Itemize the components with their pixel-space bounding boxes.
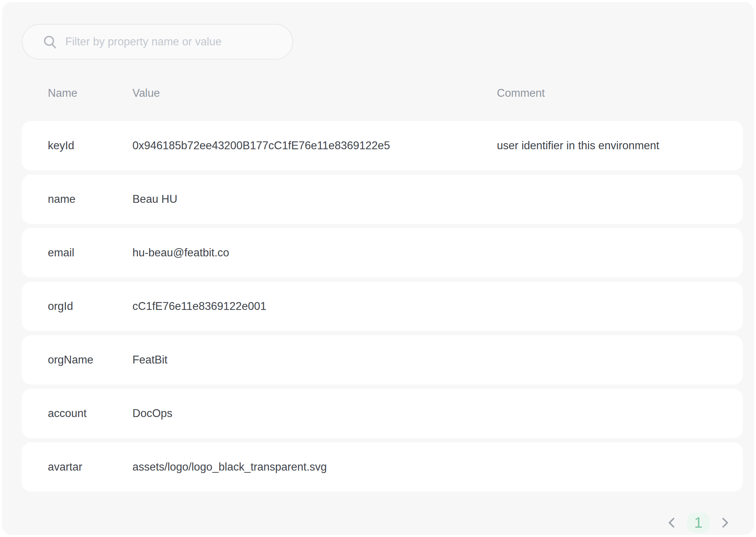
column-header-name: Name (48, 87, 132, 100)
table-row: orgId cC1fE76e11e8369122e001 (22, 282, 743, 331)
property-name-cell: avartar (48, 461, 132, 473)
property-name-cell: orgName (48, 353, 132, 366)
chevron-right-icon (717, 516, 732, 530)
search-icon (42, 34, 57, 49)
property-value-cell: assets/logo/logo_black_transparent.svg (132, 461, 497, 473)
table-header: Name Value Comment (22, 84, 743, 103)
property-comment-cell: user identifier in this environment (497, 139, 743, 152)
property-name-cell: orgId (48, 300, 132, 313)
property-name-cell: keyId (48, 139, 132, 152)
pagination: 1 (664, 512, 732, 533)
table-body: keyId 0x946185b72ee43200B177cC1fE76e11e8… (22, 121, 743, 496)
property-value-cell: DocOps (132, 407, 497, 420)
user-properties-panel: Name Value Comment keyId 0x946185b72ee43… (2, 2, 754, 535)
table-row: avartar assets/logo/logo_black_transpare… (22, 442, 743, 492)
search-input-wrapper (22, 24, 293, 60)
column-header-comment: Comment (497, 87, 743, 100)
property-value-cell: FeatBit (132, 353, 497, 366)
property-value-cell: cC1fE76e11e8369122e001 (132, 300, 497, 313)
search-input[interactable] (65, 35, 282, 48)
property-name-cell: email (48, 246, 132, 259)
pagination-prev-button[interactable] (664, 515, 680, 531)
pagination-page-1[interactable]: 1 (687, 513, 710, 533)
property-value-cell: Beau HU (132, 193, 497, 206)
table-row: email hu-beau@featbit.co (22, 228, 743, 277)
property-value-cell: 0x946185b72ee43200B177cC1fE76e11e8369122… (132, 139, 497, 152)
property-name-cell: name (48, 193, 132, 206)
property-name-cell: account (48, 407, 132, 420)
column-header-value: Value (132, 87, 497, 100)
table-row: orgName FeatBit (22, 335, 743, 385)
table-row: name Beau HU (22, 175, 743, 224)
pagination-next-button[interactable] (717, 515, 732, 531)
property-value-cell: hu-beau@featbit.co (132, 246, 497, 259)
table-row: keyId 0x946185b72ee43200B177cC1fE76e11e8… (22, 121, 743, 170)
table-row: account DocOps (22, 389, 743, 438)
chevron-left-icon (665, 516, 679, 530)
